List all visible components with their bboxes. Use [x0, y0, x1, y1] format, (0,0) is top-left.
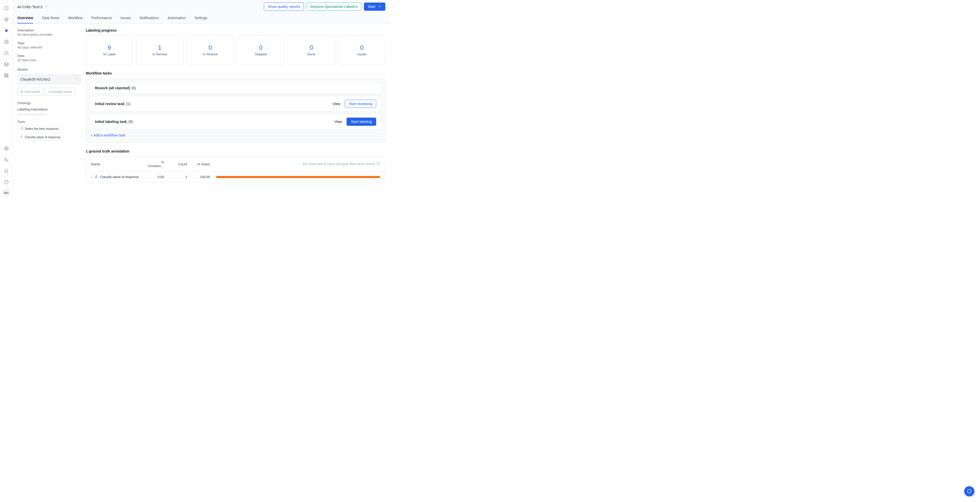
- nav-help-icon[interactable]: [2, 178, 11, 186]
- topbar: AI-Critic-Test-2 Show quality reports Re…: [13, 0, 390, 13]
- gt-row-share: 100.00: [193, 175, 216, 179]
- tab-performance[interactable]: Performance: [91, 13, 112, 24]
- gt-row-consensus: 0.00: [147, 175, 170, 179]
- workflow-row-title: Initial labeling task: [95, 120, 127, 124]
- info-icon[interactable]: [376, 162, 380, 166]
- col-count: Count: [170, 162, 193, 166]
- add-model-button[interactable]: + Add model: [18, 88, 43, 95]
- workflow-tasks-heading: Workflow tasks: [86, 71, 385, 75]
- view-link[interactable]: View: [334, 120, 342, 124]
- workflow-row-initial-review: Initial review task (1) View Start revie…: [89, 96, 382, 112]
- share-bar[interactable]: [216, 176, 380, 178]
- gt-hint: Bar charts and % Agree will apply filter…: [303, 162, 380, 166]
- svg-rect-10: [6, 76, 8, 77]
- tags-label: Tags: [18, 41, 81, 45]
- stat-in-review[interactable]: 1In Review: [136, 35, 183, 65]
- nav-catalog-icon[interactable]: [2, 15, 11, 24]
- nav-alert-icon[interactable]: [2, 49, 11, 57]
- tab-automation[interactable]: Automation: [168, 13, 186, 24]
- workflow-row-count: (9): [128, 120, 133, 124]
- nav-theme-icon[interactable]: [2, 156, 11, 164]
- request-specialized-labelers-button[interactable]: Request Specialized Labelers: [307, 3, 361, 11]
- description-value: No description provided: [18, 33, 81, 37]
- labeling-instructions-hint[interactable]: Click to add instructions: [18, 113, 81, 116]
- tool-label: Select the best response: [25, 127, 59, 130]
- show-quality-reports-button[interactable]: Show quality reports: [264, 3, 304, 11]
- models-label: Models: [18, 68, 81, 71]
- tab-data-rows[interactable]: Data Rows: [42, 13, 59, 24]
- tab-notifications[interactable]: Notifications: [140, 13, 159, 24]
- svg-point-27: [96, 175, 97, 176]
- svg-point-29: [97, 177, 97, 178]
- nav-model-icon[interactable]: [2, 60, 11, 68]
- svg-point-28: [95, 177, 95, 178]
- gt-row-count: 1: [170, 175, 193, 179]
- labeling-instructions-heading[interactable]: Labeling instructions: [18, 107, 81, 111]
- overview-sidebar: Description No description provided Tags…: [13, 24, 86, 200]
- col-name: Name: [91, 162, 147, 166]
- svg-line-6: [6, 64, 8, 65]
- svg-point-23: [20, 138, 21, 138]
- classify-icon: [20, 135, 23, 139]
- workflow-row-initial-labeling: Initial labeling task (9) View Start lab…: [89, 114, 382, 130]
- nav-notifications-icon[interactable]: [2, 167, 11, 175]
- col-share: % Share: [193, 162, 216, 166]
- nav-settings-gear-icon[interactable]: [2, 38, 11, 46]
- ground-truth-heading: 1 ground truth annotation: [86, 149, 385, 153]
- nav-settings-icon[interactable]: [2, 145, 11, 153]
- tabs-bar: Overview Data Rows Workflow Performance …: [13, 13, 390, 24]
- stat-in-rework[interactable]: 0In Rework: [187, 35, 234, 65]
- stat-issues[interactable]: 0Issues: [339, 35, 385, 65]
- workflow-row-title: Initial review task: [95, 102, 124, 106]
- stat-value: 1: [158, 44, 161, 51]
- nav-apps-icon[interactable]: [2, 71, 11, 79]
- project-title: AI-Critic-Test-2: [18, 5, 43, 9]
- stat-to-label[interactable]: 9To Label: [86, 35, 133, 65]
- description-label: Description: [18, 28, 81, 32]
- chevron-down-icon: [378, 5, 382, 9]
- project-dropdown[interactable]: AI-Critic-Test-2: [18, 5, 48, 9]
- start-labeling-button[interactable]: Start labeling: [347, 118, 376, 126]
- expand-caret-icon[interactable]: ▸: [91, 175, 92, 178]
- ground-truth-row[interactable]: ▸ Classify value of response 0.00 1 100.…: [86, 172, 385, 182]
- workflow-row-title: Rework (all rejected): [95, 86, 130, 90]
- tab-settings[interactable]: Settings: [194, 13, 207, 24]
- stat-done[interactable]: 0Done: [288, 35, 335, 65]
- tool-pill[interactable]: Select the best response: [18, 125, 61, 132]
- tab-overview[interactable]: Overview: [18, 13, 33, 24]
- svg-rect-9: [6, 74, 8, 75]
- svg-line-7: [4, 64, 6, 65]
- stat-skipped[interactable]: 0Skipped: [237, 35, 284, 65]
- stat-label: To Label: [103, 52, 115, 56]
- tags-value: No tags selected: [18, 45, 81, 49]
- stat-label: Done: [307, 52, 315, 56]
- list-icon: [20, 127, 23, 130]
- svg-point-13: [4, 180, 8, 184]
- gt-hint-text: Bar charts and % Agree will apply filter…: [303, 162, 375, 166]
- svg-marker-0: [4, 17, 8, 20]
- nav-home-icon[interactable]: [2, 4, 11, 12]
- nav-rail: MH: [0, 0, 13, 200]
- tab-workflow[interactable]: Workflow: [68, 13, 83, 24]
- start-button[interactable]: Start: [364, 3, 385, 11]
- stat-label: In Rework: [203, 52, 218, 56]
- svg-point-12: [6, 148, 7, 149]
- tool-pill[interactable]: Classify value of response: [18, 133, 63, 141]
- tools-heading: Tools: [18, 120, 81, 124]
- data-label: Data: [18, 54, 81, 58]
- plus-icon: +: [21, 90, 23, 94]
- model-chip[interactable]: Claude35-AICritic2 ⋮: [18, 74, 81, 85]
- labeling-progress-heading: Labeling progress: [86, 28, 385, 32]
- kebab-icon[interactable]: ⋮: [76, 77, 79, 81]
- nav-annotate-icon[interactable]: [2, 27, 11, 35]
- view-link[interactable]: View: [332, 102, 340, 106]
- avatar[interactable]: MH: [3, 189, 10, 196]
- classify-node-icon: [94, 175, 98, 179]
- add-workflow-task-link[interactable]: + Add a workflow task: [89, 132, 382, 139]
- complete-setup-button[interactable]: Complete setup: [45, 88, 75, 95]
- stat-value: 0: [208, 44, 212, 51]
- tab-issues[interactable]: Issues: [121, 13, 130, 24]
- stat-value: 0: [259, 44, 262, 51]
- data-value: 10 data rows: [18, 58, 81, 62]
- start-reviewing-button[interactable]: Start reviewing: [345, 100, 376, 108]
